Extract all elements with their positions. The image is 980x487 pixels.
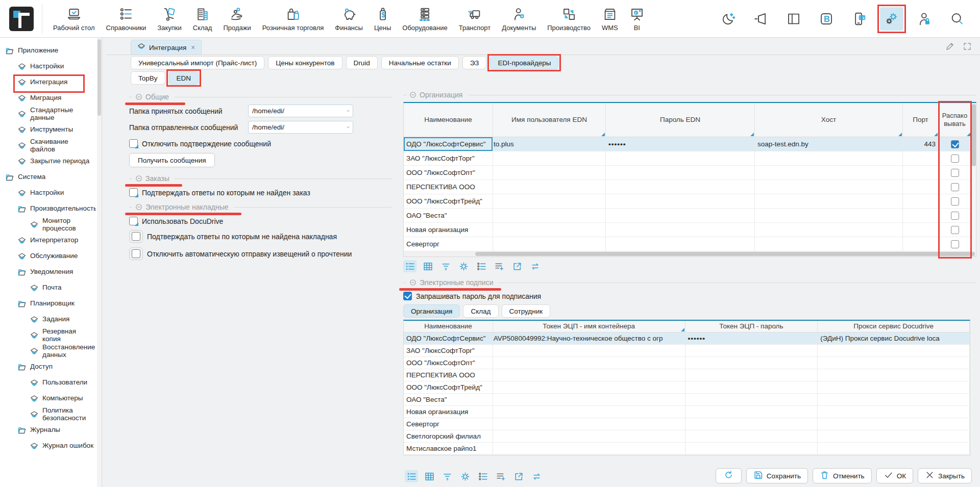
- get-messages-button[interactable]: Получить сообщения: [129, 153, 215, 167]
- table-cell[interactable]: [903, 180, 939, 194]
- section-orders[interactable]: Заказы: [129, 173, 392, 184]
- table-row[interactable]: ПЕРСПЕКТИВА ООО: [404, 180, 976, 194]
- table-cell[interactable]: [903, 223, 939, 237]
- menu-retail[interactable]: Розничная торговля: [257, 0, 330, 37]
- menu-documents[interactable]: Документы: [496, 0, 542, 37]
- tree-system[interactable]: Система: [0, 169, 96, 185]
- table-cell[interactable]: ООО "ЛюксСофтОпт": [404, 357, 493, 369]
- tab-initial-balances[interactable]: Начальные остатки: [381, 56, 459, 69]
- tree-restore[interactable]: Восстановление данных: [0, 343, 96, 359]
- table-cell[interactable]: Северторг: [404, 418, 493, 430]
- tree-notifications[interactable]: Уведомления: [0, 264, 96, 280]
- table-cell[interactable]: [606, 223, 755, 237]
- table-cell[interactable]: [493, 209, 606, 222]
- filter-triangle-icon[interactable]: [967, 133, 970, 136]
- sent-folder-input[interactable]: [248, 121, 353, 134]
- checkbox-box[interactable]: [403, 292, 412, 300]
- tab-universal-import[interactable]: Универсальный импорт (Прайс-лист): [131, 56, 264, 69]
- table-cell[interactable]: [755, 151, 903, 165]
- filter-triangle-icon[interactable]: [681, 328, 684, 331]
- edit-icon[interactable]: [945, 42, 955, 52]
- received-folder-input[interactable]: [248, 105, 353, 117]
- tab-ez[interactable]: ЭЗ: [462, 56, 487, 69]
- table-cell[interactable]: [755, 166, 903, 180]
- table-row[interactable]: ООО "ЛюксСофтТрейд": [404, 194, 976, 209]
- table-cell[interactable]: [818, 381, 970, 393]
- table-row[interactable]: Северторг: [404, 237, 976, 251]
- menu-equipment[interactable]: Оборудование: [397, 0, 453, 37]
- table-cell[interactable]: Светлогорский филиал: [404, 430, 493, 442]
- table-settings-icon[interactable]: [458, 470, 472, 482]
- table-cell[interactable]: [685, 369, 818, 381]
- announcement-icon[interactable]: [749, 7, 773, 31]
- table-cell[interactable]: 443: [903, 137, 939, 151]
- settings-gears-icon[interactable]: [880, 7, 903, 31]
- table-cell[interactable]: [755, 223, 903, 237]
- column-header[interactable]: Токен ЭЦП - имя контейнера: [493, 321, 685, 332]
- collapse-icon[interactable]: [135, 175, 142, 182]
- open-external-icon[interactable]: [510, 260, 524, 272]
- table-cell[interactable]: (ЭДиН) Прокси сервис Docudrive loca: [818, 332, 970, 344]
- table-row[interactable]: Новая организация: [404, 406, 970, 418]
- menu-desktop[interactable]: Рабочий стол: [47, 0, 101, 37]
- filter-triangle-icon[interactable]: [934, 133, 938, 136]
- tree-standard-data[interactable]: Стандартные данные: [0, 106, 96, 122]
- app-logo[interactable]: [9, 7, 34, 31]
- tree-period-close[interactable]: Закрытие периода: [0, 153, 96, 169]
- save-button[interactable]: Сохранить: [746, 468, 808, 483]
- numbered-list-icon[interactable]: [476, 470, 489, 482]
- table-cell[interactable]: [685, 406, 818, 418]
- filter-triangle-icon[interactable]: [601, 133, 605, 136]
- table-cell[interactable]: [818, 394, 970, 405]
- add-list-icon[interactable]: [493, 260, 506, 272]
- checkbox-box[interactable]: [129, 188, 138, 197]
- checkbox-box[interactable]: [129, 139, 138, 148]
- table-cell[interactable]: [685, 357, 818, 369]
- column-header[interactable]: Прокси сервис Docudrive: [818, 321, 970, 332]
- table-cell[interactable]: [493, 430, 685, 442]
- close-button[interactable]: Закрыть: [918, 468, 972, 483]
- column-header[interactable]: Хост: [755, 103, 903, 137]
- column-header[interactable]: Имя пользователя EDN: [493, 103, 606, 137]
- table-cell[interactable]: [606, 209, 755, 222]
- collapse-icon[interactable]: [409, 279, 416, 286]
- filter-triangle-icon[interactable]: [898, 133, 902, 136]
- list-view-icon[interactable]: [403, 260, 416, 272]
- table-cell[interactable]: [493, 237, 606, 251]
- table-cell[interactable]: [606, 194, 755, 208]
- menu-finance[interactable]: Финансы: [329, 0, 369, 37]
- refresh-cycle-icon[interactable]: [528, 260, 542, 272]
- table-cell[interactable]: [903, 194, 939, 208]
- horizontal-scrollbar[interactable]: [404, 251, 976, 257]
- table-cell[interactable]: [818, 357, 970, 369]
- menu-references[interactable]: Справочники: [101, 0, 152, 37]
- sidebar-scrollbar[interactable]: [97, 38, 102, 487]
- table-cell[interactable]: [685, 430, 818, 442]
- table-cell[interactable]: [493, 381, 685, 393]
- menu-bi[interactable]: BI: [624, 0, 650, 37]
- tree-users[interactable]: Пользователи: [0, 375, 96, 391]
- menu-purchases[interactable]: Закупки: [152, 0, 187, 37]
- row-checkbox[interactable]: [951, 169, 959, 177]
- row-checkbox[interactable]: [951, 240, 959, 248]
- table-cell[interactable]: [755, 194, 903, 208]
- section-organization[interactable]: Организация: [403, 90, 976, 100]
- table-cell[interactable]: [939, 223, 971, 237]
- refresh-cycle-icon[interactable]: [530, 470, 543, 482]
- tab-druid[interactable]: Druid: [346, 56, 378, 69]
- sign-tab-organization[interactable]: Организация: [403, 304, 460, 318]
- row-checkbox[interactable]: [951, 226, 959, 234]
- checkbox-disable-confirm[interactable]: Отключить подтверждение сообщений: [129, 139, 392, 148]
- table-cell[interactable]: ЗАО "ЛюксСофтТорг": [404, 151, 493, 165]
- tab-topby[interactable]: TopBy: [131, 71, 165, 85]
- table-row[interactable]: ООО "ЛюксСофтОпт": [404, 166, 976, 180]
- table-cell[interactable]: [493, 394, 685, 405]
- table-cell[interactable]: [493, 418, 685, 430]
- tree-security-policy[interactable]: Политика безопасности: [0, 406, 96, 422]
- table-cell[interactable]: [685, 443, 818, 454]
- table-cell[interactable]: ••••••: [606, 137, 755, 151]
- tree-process-monitor[interactable]: Монитор процессов: [0, 217, 96, 233]
- menu-prices[interactable]: $Цены: [369, 0, 397, 37]
- table-cell[interactable]: [903, 209, 939, 222]
- table-row[interactable]: Светлогорский филиал: [404, 430, 970, 443]
